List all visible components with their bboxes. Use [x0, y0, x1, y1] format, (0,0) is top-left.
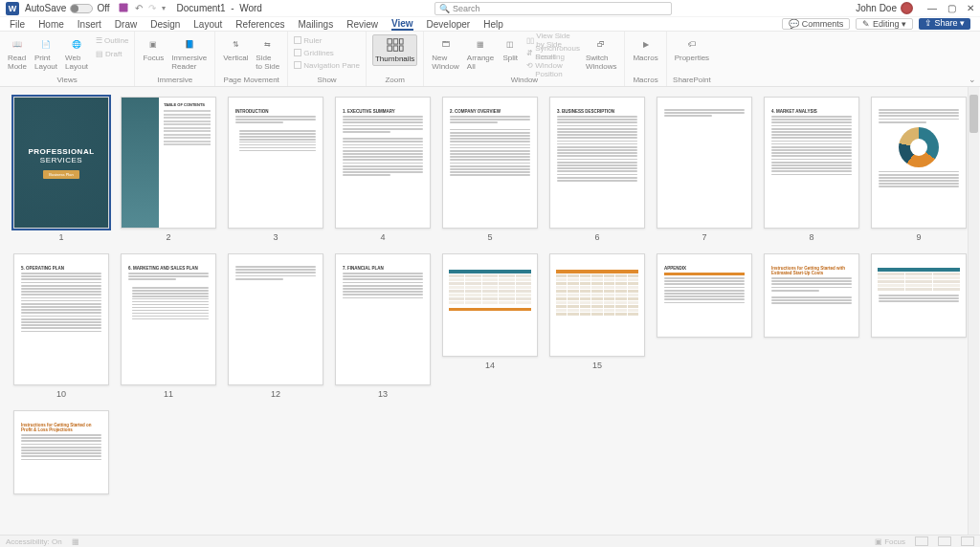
- vertical-scrollbar[interactable]: [968, 87, 979, 535]
- nav-pane-checkbox[interactable]: Navigation Pane: [294, 59, 360, 71]
- page-thumbnail-3[interactable]: INTRODUCTION: [228, 97, 323, 229]
- page-thumbnail-9[interactable]: [871, 97, 967, 229]
- document-title[interactable]: Document1 - Word: [177, 3, 262, 13]
- page-thumbnail-16[interactable]: APPENDIX: [657, 253, 752, 338]
- new-window-button[interactable]: 🗔New Window: [430, 34, 460, 73]
- restore-button[interactable]: ▢: [942, 3, 961, 13]
- switch-windows-button[interactable]: 🗗Switch Windows: [584, 34, 618, 73]
- draft-button[interactable]: ▤ Draft: [96, 48, 128, 59]
- close-button[interactable]: ✕: [961, 3, 980, 13]
- status-icon[interactable]: ▦: [72, 537, 79, 546]
- page-number: 12: [271, 389, 280, 399]
- undo-icon[interactable]: ↶: [135, 3, 143, 13]
- page-thumbnail-12[interactable]: [228, 253, 323, 385]
- page-thumbnail-11[interactable]: 6. MARKETING AND SALES PLAN: [121, 253, 216, 385]
- tab-review[interactable]: Review: [346, 19, 378, 30]
- redo-icon[interactable]: ↷: [148, 3, 156, 13]
- page-thumbnail-2[interactable]: TABLE OF CONTENTS: [121, 97, 216, 229]
- page-number: 2: [166, 232, 170, 242]
- page-thumbnail-14[interactable]: [442, 253, 538, 357]
- view-read-button[interactable]: [915, 536, 928, 546]
- view-web-button[interactable]: [961, 536, 974, 546]
- share-button[interactable]: ⇪ Share ▾: [919, 18, 970, 30]
- page-thumbnail-18[interactable]: [871, 253, 967, 338]
- page-thumbnail-7[interactable]: [657, 97, 752, 229]
- scrollbar-thumb[interactable]: [969, 95, 978, 133]
- ruler-checkbox[interactable]: Ruler: [294, 34, 322, 46]
- group-macros: ▶Macros Macros: [625, 32, 666, 86]
- focus-button[interactable]: ▣Focus: [141, 34, 166, 64]
- page-number: 11: [164, 389, 173, 399]
- group-sharepoint: 🏷Properties SharePoint: [667, 32, 717, 86]
- tab-developer[interactable]: Developer: [427, 19, 471, 30]
- page-number: 15: [592, 361, 602, 370]
- focus-mode-button[interactable]: ▣ Focus: [875, 537, 905, 546]
- page-number: 7: [702, 232, 706, 242]
- title-bar: W AutoSave Off ↶ ↷ ▾ Document1 - Word 🔍 …: [0, 0, 980, 17]
- arrange-all-button[interactable]: ▦Arrange All: [465, 34, 496, 73]
- tab-design[interactable]: Design: [150, 19, 180, 30]
- tab-insert[interactable]: Insert: [78, 19, 101, 30]
- page-thumbnail-17[interactable]: Instructions for Getting Started with Es…: [764, 253, 859, 338]
- outline-button[interactable]: ☰ Outline: [96, 34, 128, 46]
- search-icon: 🔍: [439, 2, 450, 15]
- web-layout-button[interactable]: 🌐Web Layout: [63, 34, 90, 73]
- reset-window-button[interactable]: ⟲ Reset Window Position: [526, 59, 580, 71]
- tab-mailings[interactable]: Mailings: [298, 19, 333, 30]
- donut-chart-icon: [899, 127, 939, 167]
- vertical-button[interactable]: ⇅Vertical: [221, 34, 250, 64]
- tab-home[interactable]: Home: [38, 19, 64, 30]
- save-icon[interactable]: [118, 2, 129, 15]
- toggle-off-icon[interactable]: [70, 4, 93, 13]
- account-button[interactable]: John Doe: [856, 2, 913, 14]
- gridlines-checkbox[interactable]: Gridlines: [294, 47, 334, 58]
- group-page-movement: ⇅Vertical ⇆Side to Side Page Movement: [215, 32, 288, 86]
- quick-access-toolbar: ↶ ↷ ▾: [118, 2, 166, 15]
- page-thumbnail-10[interactable]: 5. OPERATING PLAN: [13, 253, 109, 385]
- page-thumbnail-15[interactable]: [549, 253, 645, 357]
- collapse-ribbon-icon[interactable]: ⌄: [969, 75, 976, 84]
- properties-button[interactable]: 🏷Properties: [673, 34, 711, 64]
- tab-file[interactable]: File: [10, 19, 25, 30]
- page-number: 1: [58, 232, 63, 242]
- page-number: 6: [594, 232, 599, 242]
- immersive-reader-button[interactable]: 📘Immersive Reader: [169, 34, 209, 73]
- tab-references[interactable]: References: [235, 19, 284, 30]
- svg-rect-5: [393, 46, 398, 51]
- autosave-toggle[interactable]: AutoSave Off: [25, 3, 110, 13]
- page-thumbnail-13[interactable]: 7. FINANCIAL PLAN: [335, 253, 431, 385]
- group-immersive: ▣Focus 📘Immersive Reader Immersive: [135, 32, 215, 86]
- accessibility-status[interactable]: Accessibility: On: [6, 537, 62, 546]
- qat-dropdown-icon[interactable]: ▾: [162, 4, 166, 12]
- macros-button[interactable]: ▶Macros: [631, 34, 659, 64]
- search-input[interactable]: 🔍 Search: [434, 2, 672, 15]
- page-thumbnail-5[interactable]: 2. COMPANY OVERVIEW: [442, 97, 538, 229]
- view-print-button[interactable]: [938, 536, 951, 546]
- page-thumbnail-1[interactable]: PROFESSIONAL SERVICES Business Plan: [13, 97, 109, 229]
- thumbnails-button[interactable]: Thumbnails: [372, 34, 417, 66]
- page-thumbnail-6[interactable]: 3. BUSINESS DESCRIPTION: [549, 97, 645, 229]
- page-thumbnail-19[interactable]: Instructions for Getting Started on Prof…: [13, 410, 109, 494]
- thumbnail-canvas[interactable]: PROFESSIONAL SERVICES Business Plan 1 TA…: [0, 87, 980, 535]
- page-number: 5: [487, 232, 492, 242]
- tab-layout[interactable]: Layout: [193, 19, 222, 30]
- side-to-side-button[interactable]: ⇆Side to Side: [254, 34, 281, 73]
- page-thumbnail-4[interactable]: 1. EXECUTIVE SUMMARY: [335, 97, 431, 229]
- page-number: 8: [809, 232, 813, 242]
- split-button[interactable]: ◫Split: [500, 34, 521, 64]
- tab-draw[interactable]: Draw: [115, 19, 137, 30]
- page-thumbnail-8[interactable]: 4. MARKET ANALYSIS: [764, 97, 859, 229]
- ribbon: 📖Read Mode 📄Print Layout 🌐Web Layout ☰ O…: [0, 32, 980, 87]
- page-number: 10: [56, 389, 66, 399]
- print-layout-button[interactable]: 📄Print Layout: [33, 34, 59, 73]
- minimize-button[interactable]: —: [923, 3, 942, 13]
- read-mode-button[interactable]: 📖Read Mode: [6, 34, 29, 73]
- comments-button[interactable]: 💬 Comments: [782, 18, 850, 30]
- avatar-icon: [901, 2, 913, 14]
- group-zoom: Thumbnails Zoom: [367, 32, 424, 86]
- svg-rect-0: [119, 3, 127, 11]
- tab-view[interactable]: View: [391, 18, 413, 31]
- page-number: 9: [916, 232, 921, 242]
- tab-help[interactable]: Help: [483, 19, 503, 30]
- editing-mode-button[interactable]: ✎ Editing ▾: [856, 18, 913, 30]
